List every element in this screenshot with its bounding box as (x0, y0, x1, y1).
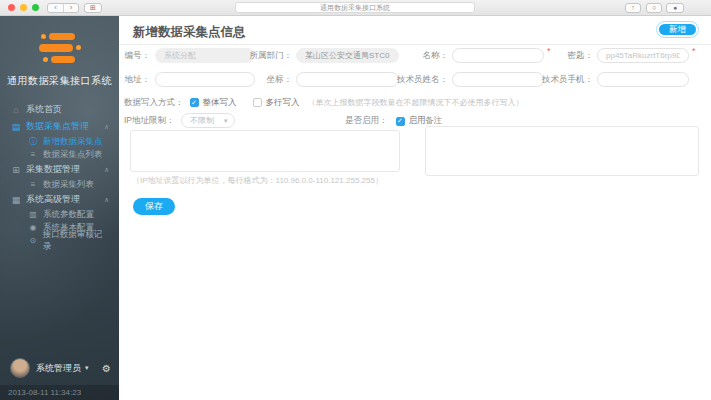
close-window-button[interactable] (8, 4, 15, 11)
sidebar-item-collected-data-mgmt[interactable]: ⊞ 采集数据管理 ∧ (0, 161, 119, 178)
reader-icon[interactable]: ○ (646, 3, 662, 13)
enabled-row: 是否启用： ✓ 启用 (345, 115, 428, 127)
info-icon: ⓘ (27, 136, 39, 147)
enabled-label: 是否启用： (345, 115, 388, 127)
tech-phone-label: 技术员手机： (540, 72, 593, 87)
sidebar-item-label: 系统参数配置 (43, 209, 94, 221)
login-time: 2013-08-11 11:34:23 (8, 388, 81, 397)
sidebar-item-label: 数据采集点管理 (26, 120, 89, 133)
select-caret-icon: ▾ (224, 114, 228, 127)
ip-limit-label: IP地址限制： (119, 113, 177, 128)
chevron-up-icon: ∧ (104, 123, 109, 131)
sidebar-item-interface-audit-log[interactable]: ⊙ 接口数据审核记录 (0, 234, 119, 247)
briefcase-icon: ▤ (10, 122, 22, 132)
write-mode-row: 数据写入方式： ✓ 整体写入 多行写入 （单次上报数据字段数量在不超限情况下不必… (124, 96, 524, 109)
sidebar-item-system-advanced-mgmt[interactable]: ▦ 系统高级管理 ∧ (0, 191, 119, 208)
browser-chrome: ‹ › ⊞ 通用数据采集接口系统 ↑ ○ ● (0, 0, 711, 16)
add-button[interactable]: 新增 (656, 21, 699, 38)
multiline-write-label: 多行写入 (266, 97, 300, 109)
home-icon: ⌂ (10, 105, 22, 115)
grid-icon: ⊞ (10, 165, 22, 175)
chevron-up-icon: ∧ (104, 166, 109, 174)
chevron-up-icon: ∧ (104, 196, 109, 204)
gear-icon[interactable]: ⚙ (102, 363, 111, 374)
name-label: 名称： (414, 48, 448, 63)
whole-write-label: 整体写入 (203, 97, 237, 109)
tech-name-label: 技术员姓名： (395, 72, 448, 87)
required-mark: * (547, 46, 551, 56)
main-content: 新增数据采集点信息 新增 编号： 所属部门： 名称： * 密匙： * 地址： 坐… (119, 16, 711, 400)
sidebar-item-label: 数据采集列表 (43, 179, 94, 191)
ip-limit-value: 不限制 (190, 114, 214, 127)
app-logo (33, 31, 87, 65)
avatar (10, 358, 30, 378)
sidebar-item-label: 系统高级管理 (26, 193, 80, 206)
ip-limit-select[interactable]: 不限制 ▾ (181, 113, 235, 128)
forward-icon[interactable]: › (63, 4, 78, 12)
secret-label: 密匙： (559, 48, 593, 63)
nav-buttons: ‹ › (47, 3, 79, 13)
monitor-icon: ▥ (27, 210, 39, 219)
enabled-checkbox[interactable]: ✓ (396, 117, 405, 126)
code-label: 编号： (119, 48, 150, 63)
list-icon: ≡ (27, 150, 39, 159)
sidebar-item-add-collection-point[interactable]: ⓘ 新增数据采集点 (0, 135, 119, 148)
audit-icon: ⊙ (27, 236, 39, 245)
sidebar-item-label: 接口数据审核记录 (43, 229, 109, 253)
caret-down-icon: ▾ (85, 364, 89, 372)
user-name: 系统管理员 (36, 362, 81, 375)
tech-phone-field[interactable] (597, 72, 689, 87)
app-title: 通用数据采集接口系统 (0, 74, 119, 88)
tabs-icon[interactable]: ⊞ (84, 3, 102, 13)
required-mark: * (692, 46, 696, 56)
minimize-window-button[interactable] (20, 4, 27, 11)
zoom-window-button[interactable] (32, 4, 39, 11)
divider (119, 44, 711, 45)
profile-icon[interactable]: ● (666, 3, 684, 13)
sidebar-footer: 2013-08-11 11:34:23 (0, 385, 119, 400)
enabled-option-label: 启用 (409, 115, 426, 127)
department-field[interactable] (296, 48, 399, 63)
address-field[interactable] (155, 72, 255, 87)
sidebar-item-data-collection-list[interactable]: ≡ 数据采集列表 (0, 178, 119, 191)
sidebar-item-collection-point-list[interactable]: ≡ 数据采集点列表 (0, 148, 119, 161)
sidebar-item-collection-point-mgmt[interactable]: ▤ 数据采集点管理 ∧ (0, 118, 119, 135)
page-title: 新增数据采集点信息 (133, 24, 246, 41)
user-menu[interactable]: 系统管理员 ▾ ⚙ (10, 358, 111, 378)
sidebar-menu: ⌂ 系统首页 ▤ 数据采集点管理 ∧ ⓘ 新增数据采集点 ≡ 数据采集点列表 ⊞… (0, 101, 119, 247)
sidebar-item-label: 系统首页 (26, 103, 62, 116)
department-label: 所属部门： (246, 48, 292, 63)
sidebar-item-system-param-config[interactable]: ▥ 系统参数配置 (0, 208, 119, 221)
sidebar: 通用数据采集接口系统 ⌂ 系统首页 ▤ 数据采集点管理 ∧ ⓘ 新增数据采集点 … (0, 16, 119, 400)
code-field[interactable] (155, 48, 255, 63)
write-mode-label: 数据写入方式： (124, 97, 184, 109)
sidebar-item-home[interactable]: ⌂ 系统首页 (0, 101, 119, 118)
whole-write-checkbox[interactable]: ✓ (190, 98, 199, 107)
back-icon[interactable]: ‹ (48, 4, 63, 12)
sidebar-item-label: 采集数据管理 (26, 163, 80, 176)
modules-icon: ▦ (10, 195, 22, 205)
add-button-label: 新增 (659, 24, 696, 35)
ip-note: （IP地址设置以行为单位，每行格式为：110.96.0.0-110.121.25… (132, 175, 383, 186)
coordinate-field[interactable] (296, 72, 399, 87)
remark-textarea[interactable] (425, 126, 699, 176)
save-button[interactable]: 保存 (133, 198, 175, 215)
list-icon: ≡ (27, 180, 39, 189)
globe-icon: ◉ (27, 223, 39, 232)
address-label: 地址： (119, 72, 150, 87)
tech-name-field[interactable] (452, 72, 544, 87)
sidebar-item-label: 数据采集点列表 (43, 149, 103, 161)
write-mode-note: （单次上报数据字段数量在不超限情况下不必使用多行写入） (308, 97, 524, 108)
ip-list-textarea[interactable] (130, 130, 400, 172)
secret-field[interactable] (597, 48, 689, 63)
share-icon[interactable]: ↑ (625, 3, 641, 13)
sidebar-item-label: 新增数据采集点 (43, 136, 103, 148)
address-bar[interactable]: 通用数据采集接口系统 (235, 2, 475, 13)
name-field[interactable] (452, 48, 544, 63)
coordinate-label: 坐标： (246, 72, 292, 87)
multiline-write-checkbox[interactable] (253, 98, 262, 107)
